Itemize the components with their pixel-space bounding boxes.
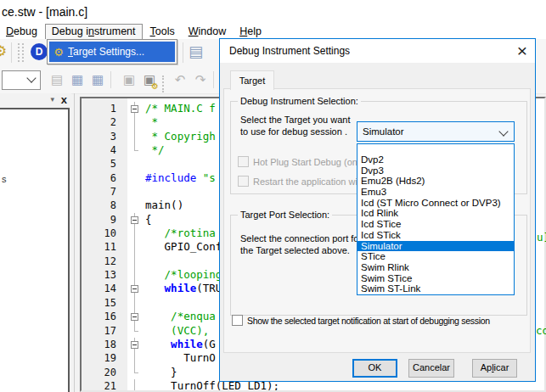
restart-application-checkbox[interactable]: Restart the application wit: [238, 176, 360, 187]
code-text: *: [143, 115, 158, 129]
fold-margin: [127, 310, 143, 323]
fold-margin: [127, 227, 143, 240]
dropdown-item[interactable]: Icd STice: [357, 219, 514, 230]
checkbox-label: Show the selected target notification at…: [247, 316, 490, 326]
fold-margin: [127, 199, 143, 212]
menu-bar: Debug Debug instrument Tools Window Help: [0, 24, 546, 39]
panel-close-icon[interactable]: x: [61, 93, 67, 106]
target-desc-line2: to use for debug session .: [240, 126, 347, 137]
menu-window[interactable]: Window: [183, 25, 232, 39]
menu-debug[interactable]: Debug: [0, 25, 43, 39]
checkbox-label: Hot Plug Start Debug (onl: [253, 157, 359, 167]
line-number: 21: [82, 379, 127, 392]
chip-icon[interactable]: ▣: [120, 70, 138, 89]
code-text: [143, 296, 145, 310]
documents-icon[interactable]: ▤: [48, 70, 66, 89]
dropdown-item[interactable]: Dvp3: [357, 165, 514, 176]
menu-debug-instrument[interactable]: Debug instrument: [45, 24, 143, 40]
code-text: while(TRU: [143, 282, 222, 295]
toolbar-grip: [22, 43, 24, 62]
line-number: 2: [82, 115, 127, 129]
dropdown-item[interactable]: STice: [357, 251, 514, 262]
line-number: 1: [82, 102, 127, 115]
line-number: 12: [82, 255, 127, 268]
workspace-panel[interactable]: s: [0, 108, 70, 392]
code-text: TurnO: [143, 351, 216, 365]
build-window-icon[interactable]: ▦: [68, 70, 87, 89]
apply-button[interactable]: Aplicar: [472, 359, 517, 378]
icon-glyph-overlay: ⚙: [151, 82, 159, 91]
label: elp: [247, 25, 262, 37]
fold-margin: [127, 157, 143, 171]
menu-help[interactable]: Help: [234, 25, 267, 39]
panel-menu-icon[interactable]: ▾: [50, 95, 54, 104]
stvd-window: ce.stw - [main.c] Debug Debug instrument…: [0, 0, 546, 392]
icon-glyph: ↶: [175, 72, 186, 87]
code-text: /* MAIN.C f: [143, 102, 216, 115]
menu-item-target-settings[interactable]: ⚙ Target Settings...: [49, 42, 175, 62]
toolbar-separator: [183, 42, 183, 63]
cancel-button[interactable]: Cancelar: [408, 359, 454, 378]
debug-instrument-settings-dialog: Debug Instrument Settings × Target Debug…: [219, 38, 536, 382]
line-number: 5: [82, 157, 127, 171]
chevron-down-icon: [26, 73, 36, 82]
fold-collapse-icon[interactable]: [131, 105, 138, 113]
code-text: /*enqua: [143, 310, 216, 323]
label: H: [239, 25, 247, 37]
hot-plug-checkbox[interactable]: Hot Plug Start Debug (onl: [238, 156, 359, 167]
ok-button[interactable]: OK: [352, 359, 397, 378]
code-text: [143, 185, 145, 199]
dialog-title: Debug Instrument Settings: [229, 45, 350, 57]
rebuild-window-icon[interactable]: ▦: [88, 70, 107, 89]
label: arget Settings...: [73, 46, 144, 58]
label: ebug: [14, 25, 37, 37]
dropdown-item[interactable]: Icd (ST Micro Connect or DVP3): [357, 198, 514, 209]
fold-collapse-icon[interactable]: [131, 216, 138, 224]
line-number: 19: [82, 351, 127, 365]
toolbar-icon: [213, 71, 219, 88]
fold-collapse-icon[interactable]: [131, 285, 138, 293]
code-text: }: [143, 366, 177, 379]
workspace-item-fragment: s: [2, 174, 7, 184]
fold-margin: [127, 130, 143, 143]
document-icon[interactable]: ▤: [189, 42, 203, 61]
target-combo[interactable]: Simulator: [357, 121, 515, 142]
dropdown-item[interactable]: Swim ST-Link: [357, 283, 514, 294]
line-number: 11: [82, 240, 127, 254]
fold-collapse-icon[interactable]: [131, 341, 138, 349]
tab-target[interactable]: Target: [230, 70, 274, 90]
menu-tools[interactable]: Tools: [144, 25, 181, 39]
dropdown-item[interactable]: Icd STick: [357, 230, 514, 241]
close-icon[interactable]: ×: [517, 40, 527, 62]
code-text: main(): [143, 199, 183, 212]
redo-icon[interactable]: ↷: [191, 70, 210, 89]
code-text: GPIO_Conf: [143, 240, 222, 254]
fold-collapse-icon[interactable]: [131, 313, 138, 321]
dropdown-item[interactable]: Swim STice: [357, 273, 514, 284]
dropdown-item[interactable]: Icd Rlink: [357, 208, 514, 219]
label: W: [189, 25, 199, 37]
dropdown-item[interactable]: Simulator: [357, 241, 514, 252]
fold-margin: [127, 282, 143, 295]
code-text: {: [143, 213, 152, 227]
dropdown-item[interactable]: Emu3: [357, 187, 514, 198]
show-notification-checkbox[interactable]: Show the selected target notification at…: [232, 315, 490, 326]
toolbar-icon: [162, 76, 167, 92]
dropdown-item[interactable]: Swim Rlink: [357, 262, 514, 273]
toolbar-combo[interactable]: [2, 70, 41, 90]
dropdown-item[interactable]: Dvp2: [357, 154, 514, 165]
dropdown-item[interactable]: Emu2B (Hds2): [357, 176, 514, 187]
chip-settings-icon[interactable]: ▣⚙: [140, 70, 159, 89]
undo-icon[interactable]: ↶: [171, 70, 189, 89]
toolbar-separator: [11, 42, 12, 63]
fold-margin: [127, 366, 143, 379]
debug-d-icon[interactable]: D: [31, 43, 48, 60]
gear-fragment-icon[interactable]: ⚙: [0, 42, 7, 60]
icon-glyph: ▦: [92, 72, 104, 87]
panel-splitter[interactable]: [74, 93, 75, 392]
line-number: 15: [82, 296, 127, 310]
checkbox-box: [232, 315, 243, 326]
checkbox-box: [238, 156, 249, 167]
fold-margin: [127, 338, 143, 351]
label: n: [88, 25, 94, 37]
